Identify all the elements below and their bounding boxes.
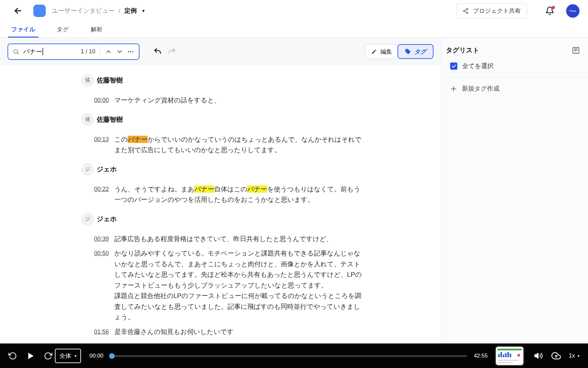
speaker-avatar: 佐: [82, 74, 94, 86]
transcript-segment: 00:13このバナーからでいいのかなっていうのはちょっとあるんで、なんかそれはそ…: [82, 134, 441, 155]
tag-button-label: タグ: [414, 48, 426, 56]
segment-text[interactable]: うん、そうですよね。まあバナー自体はこのバナーを使うつもりはなくて。前もう一つの…: [114, 184, 365, 205]
header: ユーザーインタビュー / 定例 ▼ プロジェクト共有 Flowz: [0, 0, 588, 22]
volume-icon[interactable]: [534, 351, 543, 360]
total-time: 42:55: [474, 353, 488, 359]
tab-files[interactable]: ファイル: [8, 22, 39, 37]
back-button[interactable]: [13, 6, 23, 16]
timestamp-link[interactable]: 00:39: [94, 234, 109, 244]
text-run: 是非佐藤さんの知見もお伺いしたいです: [114, 328, 234, 335]
transcript-panel[interactable]: 佐 佐藤智樹 00:00マーケティング資材の話をすると、 佐 佐藤智樹 00:1…: [0, 65, 441, 343]
notifications-button[interactable]: [545, 6, 554, 15]
segment-text[interactable]: 記事広告もある程度骨格はできていて、昨日共有したと思うんですけど、: [114, 234, 365, 244]
share-icon: [463, 8, 469, 14]
speed-value: 1x: [569, 352, 575, 359]
share-project-button[interactable]: プロジェクト共有: [456, 3, 527, 18]
speaker-name: 佐藤智樹: [97, 115, 123, 124]
seek-bar[interactable]: [110, 353, 467, 359]
project-icon: [33, 5, 46, 17]
transcript-segment: 00:50かなり読みやすくなっている。モチベーションと課題共有もできる記事なんじ…: [82, 248, 441, 323]
user-avatar[interactable]: Flowz: [566, 4, 580, 18]
tag-icon: [405, 48, 411, 55]
search-options-button[interactable]: [127, 48, 134, 55]
tag-list-sidebar: タグリスト 全てを選択 新規タグ作成: [441, 38, 588, 343]
avatar-initial: ジ: [85, 216, 90, 222]
app-window: ユーザーインタビュー / 定例 ▼ プロジェクト共有 Flowz ファイル タグ…: [0, 0, 588, 368]
breadcrumb-separator: /: [119, 7, 120, 14]
timestamp-link[interactable]: 00:22: [94, 184, 109, 195]
select-all-checkbox[interactable]: [450, 62, 457, 70]
transcript-segment: 00:00マーケティング資材の話をすると、: [82, 95, 441, 106]
player-bar: 全体 ▾ 00:00 42:55 1x ▾: [0, 343, 588, 368]
undo-button[interactable]: [153, 47, 162, 56]
timestamp-link[interactable]: 01:56: [94, 326, 109, 337]
redo-button[interactable]: [168, 47, 176, 56]
bell-icon: [545, 11, 554, 16]
text-run: 記事広告もある程度骨格はできていて、昨日共有したと思うんですけど、: [114, 235, 333, 242]
rotate-ccw-icon[interactable]: [8, 352, 17, 360]
search-input[interactable]: バナー: [23, 47, 43, 56]
breadcrumb[interactable]: ユーザーインタビュー / 定例 ▼: [52, 7, 145, 15]
segment-text[interactable]: マーケティング資材の話をすると、: [114, 95, 365, 106]
search-match-count: 1 / 10: [81, 48, 95, 55]
mode-switcher: 編集 タグ: [365, 44, 433, 59]
timestamp-link[interactable]: 00:13: [94, 134, 109, 145]
segment-text[interactable]: 是非佐藤さんの知見もお伺いしたいです: [114, 326, 365, 337]
playback-scope-select[interactable]: 全体 ▾: [55, 349, 81, 363]
search-match-current: バナー: [128, 136, 148, 143]
breadcrumb-current[interactable]: 定例: [124, 7, 137, 15]
chevron-down-icon[interactable]: ▼: [141, 9, 145, 13]
speaker-name: ジェホ: [97, 165, 117, 174]
seek-track[interactable]: [110, 355, 467, 357]
text-run: この: [114, 136, 128, 143]
avatar-initial: 佐: [85, 77, 90, 84]
speaker-name: 佐藤智樹: [97, 76, 123, 85]
scope-value: 全体: [59, 352, 71, 360]
divider: [100, 47, 100, 56]
segment-text[interactable]: このバナーからでいいのかなっていうのはちょっとあるんで、なんかそれはそれでまた別…: [114, 134, 365, 155]
speaker-name: ジェホ: [97, 215, 117, 223]
speaker-avatar: 佐: [82, 114, 94, 126]
select-all-tags-row[interactable]: 全てを選択: [442, 62, 588, 70]
tag-mode-button[interactable]: タグ: [398, 44, 433, 59]
sidebar-title: タグリスト: [446, 46, 479, 55]
current-time: 00:00: [90, 353, 104, 359]
playhead[interactable]: [109, 353, 115, 359]
speaker-row: 佐 佐藤智樹: [82, 74, 441, 86]
previous-match-button[interactable]: [105, 48, 112, 55]
pencil-icon: [371, 49, 377, 55]
transcript-entry: 佐 佐藤智樹 00:00マーケティング資材の話をすると、: [82, 74, 441, 106]
next-match-button[interactable]: [116, 48, 123, 55]
toolbar: バナー 1 / 10 編集: [0, 38, 441, 65]
chevron-down-icon: ▾: [578, 354, 580, 358]
edit-button-label: 編集: [380, 48, 392, 56]
breadcrumb-project[interactable]: ユーザーインタビュー: [52, 7, 115, 15]
playback-speed-select[interactable]: 1x ▾: [569, 352, 580, 359]
new-tag-label: 新規タグ作成: [462, 84, 499, 93]
search-match: バナー: [194, 185, 214, 193]
avatar-initial: 佐: [85, 116, 90, 123]
plus-icon: [450, 85, 457, 92]
transcript-segment: 00:39記事広告もある程度骨格はできていて、昨日共有したと思うんですけど、: [82, 234, 441, 244]
avatar-initial: ジ: [85, 166, 90, 173]
edit-mode-button[interactable]: 編集: [365, 44, 398, 59]
text-run: からでいいのかなっていうのはちょっとあるんで、なんかそれはそれでまた別で広告にし…: [114, 136, 361, 154]
tab-analysis[interactable]: 解析: [86, 22, 108, 37]
rotate-cw-icon[interactable]: [44, 352, 52, 360]
timestamp-link[interactable]: 00:00: [94, 95, 109, 106]
kanban-view-icon[interactable]: [572, 46, 580, 55]
video-thumbnail[interactable]: [495, 346, 524, 366]
divider: [442, 77, 588, 77]
notification-badge: [552, 6, 555, 9]
new-tag-button[interactable]: 新規タグ作成: [442, 84, 588, 93]
avatar-label: Flowz: [569, 9, 576, 12]
text-cursor: [42, 48, 43, 55]
play-button[interactable]: [26, 352, 35, 360]
speaker-row: ジ ジェホ: [82, 213, 441, 225]
cloud-icon[interactable]: [551, 351, 561, 360]
segment-text[interactable]: かなり読みやすくなっている。モチベーションと課題共有もできる記事なんじゃないかな…: [114, 248, 365, 323]
timestamp-link[interactable]: 00:50: [94, 248, 109, 259]
chevron-down-icon: ▾: [74, 354, 76, 358]
search-box[interactable]: バナー 1 / 10: [8, 44, 139, 60]
tab-tags[interactable]: タグ: [48, 22, 78, 37]
